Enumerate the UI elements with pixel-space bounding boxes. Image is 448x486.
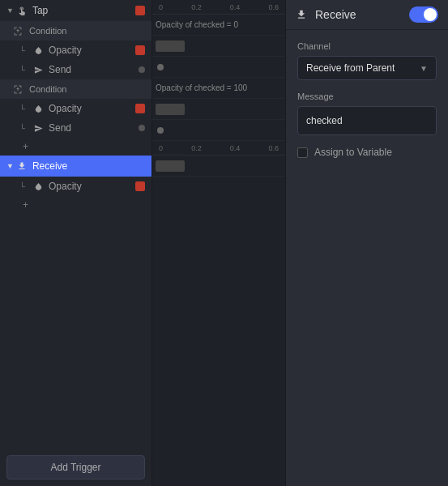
ruler-labels-receive: 0 0.2 0.4 0.6 [156, 144, 282, 152]
opacity-3-icon [32, 181, 44, 192]
ruler-06: 0.6 [268, 3, 279, 11]
trigger-receive[interactable]: ▼ Receive [0, 156, 151, 177]
indent-5: └ [19, 182, 29, 191]
opacity-1-color-box [135, 45, 145, 55]
send-2-icon [32, 122, 44, 134]
send-1-label: Send [49, 64, 139, 75]
receive-plus[interactable]: + [0, 196, 151, 214]
timeline-send-2 [152, 120, 285, 141]
condition-1-send[interactable]: └ Send [0, 60, 151, 79]
timeline-opacity-1 [152, 36, 285, 57]
condition-2-icon [13, 83, 24, 95]
message-value-box[interactable]: checked [297, 106, 437, 135]
opacity-2-color-box [135, 104, 145, 113]
send-1-dot [139, 66, 145, 73]
indent-4: └ [19, 124, 29, 133]
condition-1-label: Condition [29, 26, 66, 36]
ruler-labels-top: 0 0.2 0.4 0.6 [156, 3, 282, 11]
timeline-condition-1-label: Opacity of checked = 0 [152, 15, 285, 36]
condition-1[interactable]: Condition [0, 21, 151, 40]
timeline-send-1 [152, 57, 285, 78]
indent-1: └ [19, 46, 29, 55]
condition-1-opacity[interactable]: └ Opacity [0, 40, 151, 60]
channel-select-value: Receive from Parent [306, 62, 420, 74]
right-body: Channel Receive from Parent ▼ Message ch… [286, 30, 448, 169]
timeline-opacity-receive [152, 156, 285, 177]
message-label: Message [297, 92, 437, 101]
right-header: Receive [286, 0, 448, 30]
ruler-r-0: 0 [159, 144, 163, 152]
ruler-02: 0.2 [191, 3, 202, 11]
ruler-r-06: 0.6 [268, 144, 279, 152]
receive-toggle[interactable] [409, 6, 438, 23]
tap-icon [16, 5, 28, 16]
right-panel-title: Receive [315, 8, 409, 21]
send-2-dot [139, 125, 145, 131]
opacity-3-label: Opacity [49, 181, 135, 192]
trigger-tap[interactable]: ▼ Tap [0, 0, 151, 21]
condition-2-opacity[interactable]: └ Opacity [0, 99, 151, 118]
indent-3: └ [19, 104, 29, 113]
timeline-ruler-receive: 0 0.2 0.4 0.6 [152, 141, 285, 156]
opacity-receive-bar [156, 160, 185, 172]
receive-label: Receive [32, 160, 145, 172]
spacer [0, 214, 151, 449]
collapse-arrow-tap: ▼ [6, 6, 14, 15]
send-2-label: Send [49, 122, 139, 134]
send-1-icon [32, 64, 44, 75]
message-text: checked [306, 115, 343, 126]
opacity-1-bar [156, 40, 185, 52]
receive-opacity[interactable]: └ Opacity [0, 177, 151, 196]
opacity-1-icon [32, 45, 44, 56]
condition-1-timeline-label: Opacity of checked = 0 [156, 20, 238, 29]
opacity-3-color-box [135, 181, 145, 191]
condition-2[interactable]: Condition [0, 79, 151, 99]
ruler-04: 0.4 [230, 3, 241, 11]
channel-field: Channel Receive from Parent ▼ [297, 41, 437, 80]
condition-2-label: Condition [29, 84, 66, 94]
channel-select[interactable]: Receive from Parent ▼ [297, 56, 437, 80]
assign-label: Assign to Variable [314, 147, 392, 158]
middle-panel: 0 0.2 0.4 0.6 Opacity of checked = 0 Opa… [152, 0, 286, 486]
opacity-2-icon [32, 103, 44, 114]
tap-label: Tap [32, 5, 135, 16]
receive-icon [16, 160, 28, 172]
condition-2-send[interactable]: └ Send [0, 118, 151, 138]
ruler-r-02: 0.2 [191, 144, 202, 152]
send-2-timeline-dot [157, 127, 164, 134]
channel-label: Channel [297, 41, 437, 51]
condition-2-timeline-label: Opacity of checked = 100 [156, 83, 247, 92]
receive-header-icon [296, 8, 309, 21]
opacity-1-label: Opacity [49, 45, 135, 56]
timeline-ruler-top: 0 0.2 0.4 0.6 [152, 0, 285, 15]
send-1-timeline-dot [157, 64, 164, 70]
assign-checkbox[interactable] [297, 147, 308, 158]
message-field: Message checked [297, 92, 437, 135]
channel-dropdown-arrow: ▼ [420, 64, 428, 73]
condition-2-plus[interactable]: + [0, 138, 151, 156]
ruler-0: 0 [159, 3, 163, 11]
right-panel: Receive Channel Receive from Parent ▼ Me… [286, 0, 448, 486]
ruler-r-04: 0.4 [230, 144, 241, 152]
collapse-arrow-receive: ▼ [6, 162, 14, 170]
indent-2: └ [19, 66, 29, 75]
opacity-2-label: Opacity [49, 103, 135, 114]
tap-color-box [135, 6, 145, 15]
assign-to-variable-row[interactable]: Assign to Variable [297, 147, 437, 158]
timeline-condition-2-label: Opacity of checked = 100 [152, 78, 285, 99]
add-trigger-button[interactable]: Add Trigger [6, 455, 145, 480]
left-panel: ▼ Tap Condition └ Opacity └ Send [0, 0, 152, 486]
opacity-2-bar [156, 104, 185, 115]
condition-1-icon [13, 25, 24, 36]
timeline-opacity-2 [152, 99, 285, 120]
